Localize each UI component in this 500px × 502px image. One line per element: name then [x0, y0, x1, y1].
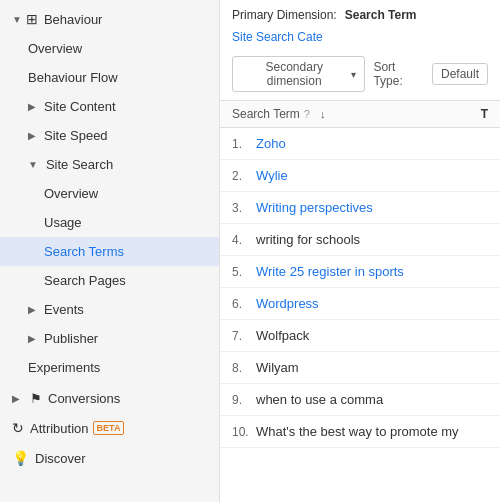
sidebar-item-events[interactable]: ▶ Events — [0, 295, 219, 324]
flag-icon: ⚑ — [30, 391, 42, 406]
col-search-term: Search Term ? ↓ — [232, 107, 325, 121]
sidebar-label-attribution: Attribution — [30, 421, 89, 436]
table-row: 3.Writing perspectives — [220, 192, 500, 224]
secondary-dim-label: Secondary dimension — [241, 60, 347, 88]
row-text[interactable]: Zoho — [256, 136, 286, 151]
row-text: Wilyam — [256, 360, 299, 375]
sidebar-item-ss-overview[interactable]: Overview — [0, 179, 219, 208]
toolbar: Primary Dimension: Search Term Site Sear… — [220, 0, 500, 101]
row-number: 9. — [232, 393, 256, 407]
sidebar-item-ss-usage[interactable]: Usage — [0, 208, 219, 237]
table-row: 6.Wordpress — [220, 288, 500, 320]
sidebar-label-behaviour-flow: Behaviour Flow — [28, 70, 118, 85]
table-row: 4.writing for schools — [220, 224, 500, 256]
sidebar-label-ss-overview: Overview — [44, 186, 98, 201]
table-row: 8.Wilyam — [220, 352, 500, 384]
row-text: What's the best way to promote my — [256, 424, 459, 439]
sidebar-label-ss-search-terms: Search Terms — [44, 244, 124, 259]
sidebar-item-conversions[interactable]: ▶ ⚑ Conversions — [0, 384, 219, 413]
row-number: 3. — [232, 201, 256, 215]
sidebar-label-site-content: Site Content — [44, 99, 116, 114]
sidebar-item-discover[interactable]: 💡 Discover — [0, 443, 219, 473]
row-text[interactable]: Write 25 register in sports — [256, 264, 404, 279]
row-number: 2. — [232, 169, 256, 183]
sidebar-item-behaviour-flow[interactable]: Behaviour Flow — [0, 63, 219, 92]
table-row: 10.What's the best way to promote my — [220, 416, 500, 448]
sidebar-label-site-speed: Site Speed — [44, 128, 108, 143]
sidebar-label-ss-search-pages: Search Pages — [44, 273, 126, 288]
row-number: 8. — [232, 361, 256, 375]
col-t: T — [481, 107, 488, 121]
collapsed-arrow-icon-publisher: ▶ — [28, 333, 36, 344]
expand-arrow-icon: ▼ — [12, 14, 22, 25]
sort-type-label: Sort Type: — [373, 60, 424, 88]
sidebar-label-conversions: Conversions — [48, 391, 120, 406]
row-number: 1. — [232, 137, 256, 151]
sidebar-label-discover: Discover — [35, 451, 86, 466]
secondary-dim-button[interactable]: Secondary dimension ▾ — [232, 56, 365, 92]
col-search-label: Search Term — [232, 107, 300, 121]
row-number: 10. — [232, 425, 256, 439]
primary-dim-label: Primary Dimension: — [232, 8, 337, 22]
row-number: 5. — [232, 265, 256, 279]
row-text: writing for schools — [256, 232, 360, 247]
table-row: 7.Wolfpack — [220, 320, 500, 352]
sidebar-label-site-search: Site Search — [46, 157, 113, 172]
expanded-arrow-icon-search: ▼ — [28, 159, 38, 170]
sidebar-item-ss-search-pages[interactable]: Search Pages — [0, 266, 219, 295]
bulb-icon: 💡 — [12, 450, 29, 466]
sidebar-item-attribution[interactable]: ↻ Attribution BETA — [0, 413, 219, 443]
row-number: 4. — [232, 233, 256, 247]
sidebar-label-experiments: Experiments — [28, 360, 100, 375]
caret-down-icon: ▾ — [351, 69, 356, 80]
beta-badge: BETA — [93, 421, 125, 435]
sidebar-item-site-content[interactable]: ▶ Site Content — [0, 92, 219, 121]
row-text[interactable]: Wylie — [256, 168, 288, 183]
sort-type-value[interactable]: Default — [432, 63, 488, 85]
collapsed-arrow-icon-conversions: ▶ — [12, 393, 20, 404]
sidebar-item-overview[interactable]: Overview — [0, 34, 219, 63]
primary-dim-search-term[interactable]: Search Term — [345, 8, 417, 22]
row-text[interactable]: Writing perspectives — [256, 200, 373, 215]
loop-icon: ↻ — [12, 420, 24, 436]
sidebar-label-events: Events — [44, 302, 84, 317]
sidebar-item-publisher[interactable]: ▶ Publisher — [0, 324, 219, 353]
sidebar-item-label: Behaviour — [44, 12, 103, 27]
sidebar-item-experiments[interactable]: Experiments — [0, 353, 219, 382]
row-number: 7. — [232, 329, 256, 343]
sort-arrow-icon[interactable]: ↓ — [320, 108, 326, 120]
row-number: 6. — [232, 297, 256, 311]
table-row: 2.Wylie — [220, 160, 500, 192]
sidebar-label-overview: Overview — [28, 41, 82, 56]
table-row: 1.Zoho — [220, 128, 500, 160]
site-search-cate-link[interactable]: Site Search Cate — [232, 30, 323, 44]
behaviour-grid-icon: ⊞ — [26, 11, 38, 27]
sidebar-item-ss-search-terms[interactable]: Search Terms — [0, 237, 219, 266]
row-text[interactable]: Wordpress — [256, 296, 319, 311]
sidebar-item-site-speed[interactable]: ▶ Site Speed — [0, 121, 219, 150]
row-text: when to use a comma — [256, 392, 383, 407]
sidebar-label-ss-usage: Usage — [44, 215, 82, 230]
collapsed-arrow-icon-events: ▶ — [28, 304, 36, 315]
help-icon[interactable]: ? — [304, 108, 310, 120]
collapsed-arrow-icon: ▶ — [28, 101, 36, 112]
row-text: Wolfpack — [256, 328, 309, 343]
collapsed-arrow-icon-speed: ▶ — [28, 130, 36, 141]
table-row: 5.Write 25 register in sports — [220, 256, 500, 288]
table-row: 9.when to use a comma — [220, 384, 500, 416]
sidebar-item-site-search[interactable]: ▼ Site Search — [0, 150, 219, 179]
table-header: Search Term ? ↓ T — [220, 101, 500, 128]
sidebar-item-behaviour[interactable]: ▼ ⊞ Behaviour — [0, 4, 219, 34]
sidebar: ▼ ⊞ Behaviour Overview Behaviour Flow ▶ … — [0, 0, 220, 502]
table-body: 1.Zoho2.Wylie3.Writing perspectives4.wri… — [220, 128, 500, 502]
main-content: Primary Dimension: Search Term Site Sear… — [220, 0, 500, 502]
sidebar-label-publisher: Publisher — [44, 331, 98, 346]
